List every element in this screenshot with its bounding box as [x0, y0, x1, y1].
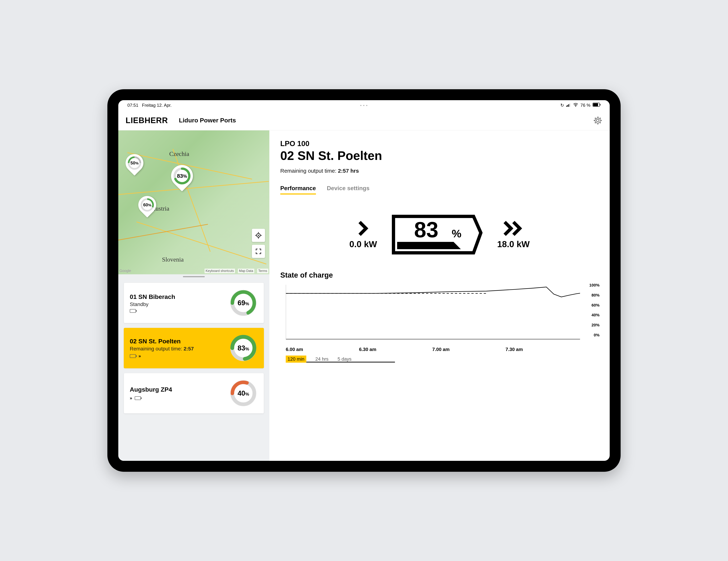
page-title: 02 SN St. Poelten [280, 148, 599, 163]
sidebar: Czechia Austria Slovenia 50% 83% [118, 130, 269, 461]
status-battery-text: 76 % [580, 103, 590, 108]
performance-row: 0.0 kW 83 % 18.0 kW [280, 211, 599, 258]
svg-point-8 [596, 119, 599, 122]
device-status: Remaining output time: 2:57 [130, 346, 229, 352]
svg-rect-7 [600, 104, 600, 105]
battery-icon [135, 396, 141, 400]
detail-panel: LPO 100 02 SN St. Poelten Remaining outp… [269, 130, 610, 461]
device-name: 01 SN Biberach [130, 293, 229, 301]
tabs: Performance Device settings [280, 185, 599, 194]
input-kw-value: 0.0 kW [349, 239, 377, 249]
tab-device-settings[interactable]: Device settings [327, 185, 370, 194]
brand-logo: LIEBHERR [126, 116, 168, 125]
map-label-czechia: Czechia [169, 150, 189, 157]
output-power: 18.0 kW [497, 220, 530, 249]
signal-icon [566, 103, 571, 108]
soc-chart[interactable]: 100% 80% 60% 40% 20% 0% [280, 283, 599, 345]
svg-text:%: % [452, 227, 461, 240]
device-status: Standby [130, 302, 229, 307]
device-gauge: 83% [229, 334, 258, 363]
map-attribution: Google Keyboard shortcuts Map Data Terms [119, 269, 268, 273]
map-fullscreen-button[interactable] [252, 245, 265, 258]
main-area: Czechia Austria Slovenia 50% 83% [118, 130, 610, 461]
tablet-frame: 07:51 Freitag 12. Apr. ● ● ● ↻ 76 % LIEB [107, 89, 621, 472]
map-shortcuts-link[interactable]: Keyboard shortcuts [205, 269, 235, 273]
device-card-2[interactable]: Augsburg ZP4 » 4 [124, 373, 264, 414]
device-list: 01 SN Biberach Standby [118, 277, 269, 419]
svg-rect-0 [566, 106, 567, 107]
map-locate-button[interactable] [252, 229, 265, 242]
svg-text:83: 83 [414, 217, 438, 242]
time-range-selector: 120 min 24 hrs 5 days [286, 356, 599, 363]
settings-button[interactable] [593, 116, 602, 125]
svg-point-4 [575, 106, 576, 107]
svg-rect-1 [567, 105, 568, 107]
google-logo: Google [119, 269, 131, 273]
fullscreen-icon [256, 248, 261, 254]
map-terms-link[interactable]: Terms [257, 269, 268, 273]
remaining-output: Remaining output time: 2:57 hrs [280, 168, 599, 174]
device-name: 02 SN St. Poelten [130, 338, 229, 345]
battery-icon [593, 103, 601, 108]
device-gauge: 69% [229, 288, 258, 318]
app-header: LIEBHERR Liduro Power Ports [118, 110, 610, 130]
battery-icon [130, 309, 136, 313]
tab-performance[interactable]: Performance [280, 185, 316, 194]
svg-point-13 [258, 235, 259, 236]
device-name: Augsburg ZP4 [130, 386, 229, 393]
map-label-slovenia: Slovenia [162, 256, 184, 263]
status-date: Freitag 12. Apr. [142, 103, 172, 108]
map-pin-2[interactable]: 60% [135, 192, 160, 218]
chart-title: State of charge [280, 271, 599, 279]
svg-rect-2 [568, 104, 569, 107]
x-axis-labels: 6.00 am 6.30 am 7.00 am 7.30 am [280, 345, 599, 352]
device-gauge: 40% [229, 379, 258, 408]
gear-icon [594, 116, 602, 124]
svg-rect-3 [569, 103, 570, 107]
map-pin-0[interactable]: 50% [122, 150, 147, 176]
app-title: Liduro Power Ports [179, 117, 236, 124]
map-pin-1[interactable]: 83% [167, 160, 197, 191]
status-time: 07:51 [127, 103, 138, 108]
screen: 07:51 Freitag 12. Apr. ● ● ● ↻ 76 % LIEB [118, 100, 610, 461]
crosshair-icon [255, 232, 262, 238]
sync-icon: ↻ [560, 103, 564, 108]
map-data-link[interactable]: Map Data [238, 269, 254, 273]
svg-rect-6 [593, 103, 598, 106]
output-kw-value: 18.0 kW [497, 239, 530, 249]
double-chevron-icon: » [130, 396, 132, 401]
range-24hrs[interactable]: 24 hrs [315, 356, 329, 363]
device-card-0[interactable]: 01 SN Biberach Standby [124, 283, 264, 323]
status-bar: 07:51 Freitag 12. Apr. ● ● ● ↻ 76 % [118, 100, 610, 110]
range-5days[interactable]: 5 days [338, 356, 352, 363]
y-axis-labels: 100% 80% 60% 40% 20% 0% [589, 283, 600, 338]
battery-icon [130, 354, 136, 358]
double-chevron-icon: » [139, 354, 141, 359]
range-120min[interactable]: 120 min [286, 356, 306, 363]
chevron-right-icon [357, 220, 370, 236]
status-dots: ● ● ● [360, 104, 368, 107]
battery-soc-graphic: 83 % [390, 211, 484, 258]
device-card-1[interactable]: 02 SN St. Poelten Remaining output time:… [124, 328, 264, 368]
input-power: 0.0 kW [349, 220, 377, 249]
double-chevron-right-icon [503, 220, 524, 236]
device-model: LPO 100 [280, 139, 599, 148]
map[interactable]: Czechia Austria Slovenia 50% 83% [118, 130, 269, 274]
wifi-icon [573, 103, 578, 108]
